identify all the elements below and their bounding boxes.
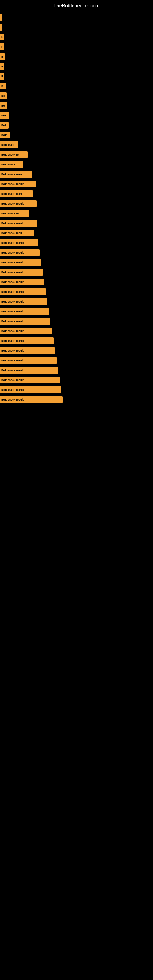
bar-row: Bott [0, 131, 153, 139]
bar-36: Bottleneck result [0, 367, 58, 374]
bar-row: F [0, 33, 153, 41]
bar-16: Bottleneck resu [0, 171, 32, 178]
bar-label-23: Bottleneck result [1, 241, 24, 244]
bar-row: Bottleneck result [0, 219, 153, 228]
bar-label-21: Bottleneck result [1, 222, 24, 225]
bar-row: Bottleneck re [0, 209, 153, 218]
bar-21: Bottleneck result [0, 220, 37, 227]
bar-9: Bo [0, 102, 7, 109]
bar-4: B [0, 53, 5, 60]
bar-35: Bottleneck result [0, 357, 57, 364]
bar-30: Bottleneck result [0, 308, 49, 315]
bar-13: Bottlenec [0, 142, 18, 148]
bar-14: Bottleneck re [0, 151, 27, 158]
bar-row: F [0, 43, 153, 51]
bar-row: Bottleneck result [0, 385, 153, 394]
bar-label-12: Bott [1, 134, 7, 137]
bar-row: Bottleneck result [0, 337, 153, 345]
bar-label-4: B [1, 55, 3, 58]
bar-38: Bottleneck result [0, 387, 61, 393]
bar-label-38: Bottleneck result [1, 388, 24, 391]
bar-row: Bottleneck result [0, 307, 153, 316]
bar-label-2: F [1, 35, 3, 38]
bar-label-10: Bott [1, 114, 7, 117]
bar-row: Bottleneck result [0, 199, 153, 208]
bar-3: F [0, 43, 4, 50]
bar-15: Bottleneck [0, 161, 23, 168]
bar-row: Bo [0, 92, 153, 100]
bar-row: Bottleneck result [0, 346, 153, 355]
bar-label-37: Bottleneck result [1, 379, 24, 382]
bar-8: Bo [0, 92, 7, 99]
bar-label-3: F [1, 45, 3, 48]
bar-20: Bottleneck re [0, 210, 29, 217]
bar-label-28: Bottleneck result [1, 290, 24, 293]
bar-label-8: Bo [1, 94, 5, 97]
bar-label-27: Bottleneck result [1, 280, 24, 283]
bar-row: Bottleneck result [0, 180, 153, 188]
bar-label-17: Bottleneck result [1, 183, 24, 186]
bar-row: Bottleneck result [0, 258, 153, 267]
bar-row: B [0, 52, 153, 61]
bar-label-16: Bottleneck resu [1, 173, 22, 176]
bar-row: Bottleneck resu [0, 229, 153, 237]
bar-33: Bottleneck result [0, 337, 54, 344]
bar-row [0, 23, 153, 32]
bar-label-39: Bottleneck result [1, 398, 24, 401]
site-title: TheBottlenecker.com [0, 0, 153, 10]
bar-row: F [0, 62, 153, 71]
bar-row: Bottleneck result [0, 288, 153, 296]
bar-row: Bottleneck resu [0, 189, 153, 198]
bar-7: B [0, 83, 5, 89]
bar-label-24: Bottleneck result [1, 251, 24, 254]
bar-row: Bo [0, 101, 153, 110]
bar-label-18: Bottleneck resu [1, 192, 22, 196]
bar-39: Bottleneck result [0, 396, 63, 403]
bar-row: B [0, 82, 153, 90]
bar-label-15: Bottleneck [1, 163, 15, 166]
bar-row: Bottleneck result [0, 395, 153, 404]
bar-row: Bott [0, 111, 153, 120]
bar-5: F [0, 63, 4, 70]
bar-1 [0, 24, 2, 30]
bar-row: Bottleneck result [0, 268, 153, 277]
bar-31: Bottleneck result [0, 318, 51, 325]
bar-row: Bottleneck result [0, 248, 153, 257]
bar-37: Bottleneck result [0, 377, 60, 383]
bar-label-6: F [1, 75, 3, 78]
bar-27: Bottleneck result [0, 279, 45, 285]
bar-row: Bottleneck result [0, 376, 153, 384]
bar-row: Bottleneck [0, 160, 153, 169]
bar-row: Bottleneck result [0, 298, 153, 306]
bar-25: Bottleneck result [0, 259, 41, 266]
bar-label-33: Bottleneck result [1, 339, 24, 342]
bar-18: Bottleneck resu [0, 191, 33, 197]
bar-row: Bottleneck re [0, 150, 153, 159]
bar-label-35: Bottleneck result [1, 359, 24, 362]
bar-label-7: B [1, 84, 3, 88]
bar-label-22: Bottleneck resu [1, 232, 22, 235]
bar-19: Bottleneck result [0, 200, 37, 207]
bars-container: FFBFFBBoBoBottBolBottBottlenecBottleneck… [0, 10, 153, 408]
bar-label-32: Bottleneck result [1, 329, 24, 332]
bar-22: Bottleneck resu [0, 230, 33, 236]
bar-29: Bottleneck result [0, 298, 48, 305]
bar-row: Bol [0, 121, 153, 130]
bar-label-26: Bottleneck result [1, 271, 24, 274]
bar-label-13: Bottlenec [1, 143, 14, 146]
bar-24: Bottleneck result [0, 249, 40, 256]
bar-label-29: Bottleneck result [1, 300, 24, 303]
bar-11: Bol [0, 122, 9, 129]
bar-26: Bottleneck result [0, 269, 43, 275]
bar-23: Bottleneck result [0, 240, 38, 246]
bar-label-25: Bottleneck result [1, 261, 24, 264]
bar-label-31: Bottleneck result [1, 320, 24, 323]
bar-label-14: Bottleneck re [1, 153, 19, 156]
bar-28: Bottleneck result [0, 288, 46, 295]
bar-17: Bottleneck result [0, 181, 36, 188]
bar-label-11: Bol [1, 124, 6, 127]
bar-10: Bott [0, 112, 9, 119]
bar-row: Bottleneck result [0, 239, 153, 247]
bar-row: Bottleneck result [0, 278, 153, 286]
bar-34: Bottleneck result [0, 347, 55, 354]
